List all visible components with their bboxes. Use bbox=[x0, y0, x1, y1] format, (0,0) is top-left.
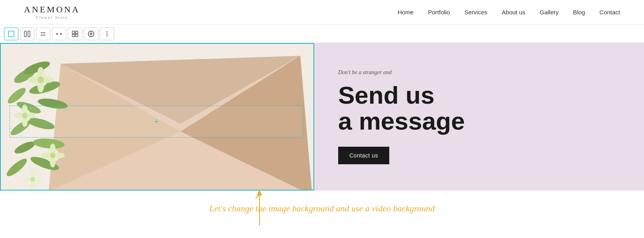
toolbar-btn-more[interactable] bbox=[100, 28, 114, 40]
nav-item-portfolio[interactable]: Portfolio bbox=[428, 9, 450, 16]
svg-point-7 bbox=[44, 32, 46, 33]
right-title-line1: Send us bbox=[338, 81, 434, 109]
svg-point-54 bbox=[50, 153, 55, 158]
toolbar-btn-add[interactable] bbox=[84, 28, 98, 40]
svg-point-8 bbox=[44, 34, 46, 35]
logo-title: ANEMONA bbox=[24, 5, 80, 14]
svg-point-42 bbox=[38, 77, 44, 83]
svg-point-50 bbox=[50, 144, 55, 154]
svg-line-62 bbox=[256, 195, 260, 199]
nav-item-gallery[interactable]: Gallery bbox=[540, 9, 559, 16]
bottom-annotation: Let's change the image background and us… bbox=[0, 191, 644, 226]
svg-rect-12 bbox=[75, 34, 78, 37]
toolbar-btn-columns[interactable] bbox=[20, 28, 34, 40]
svg-rect-2 bbox=[28, 31, 30, 37]
svg-point-53 bbox=[54, 153, 65, 158]
svg-point-41 bbox=[42, 77, 54, 83]
svg-point-38 bbox=[38, 67, 44, 78]
svg-point-56 bbox=[30, 169, 35, 178]
add-element-icon[interactable]: + bbox=[154, 116, 159, 127]
svg-point-3 bbox=[41, 32, 42, 33]
main-content: + Don't be a stranger and Send us a mess… bbox=[0, 43, 644, 191]
background-image: + bbox=[1, 44, 313, 190]
right-title-line2: a message bbox=[338, 107, 465, 135]
svg-point-6 bbox=[43, 34, 44, 35]
svg-point-40 bbox=[28, 77, 39, 83]
svg-point-4 bbox=[41, 34, 42, 35]
svg-point-52 bbox=[41, 153, 51, 158]
svg-point-17 bbox=[107, 33, 108, 34]
left-panel-image: + bbox=[0, 43, 314, 191]
svg-point-57 bbox=[30, 181, 35, 189]
right-panel: Don't be a stranger and Send us a messag… bbox=[314, 43, 644, 191]
right-title: Send us a message bbox=[338, 82, 620, 134]
header: ANEMONA Flower Store Home Portfolio Serv… bbox=[0, 0, 644, 25]
svg-point-16 bbox=[107, 31, 108, 32]
selection-box: + bbox=[10, 106, 303, 138]
annotation-text: Let's change the image background and us… bbox=[209, 203, 435, 214]
svg-rect-9 bbox=[72, 31, 75, 33]
toolbar-btn-dots[interactable] bbox=[36, 28, 50, 40]
main-nav: Home Portfolio Services About us Gallery… bbox=[398, 9, 620, 16]
logo-subtitle: Flower Store bbox=[24, 15, 80, 20]
nav-item-home[interactable]: Home bbox=[398, 9, 414, 16]
toolbar-btn-layout1[interactable] bbox=[4, 28, 18, 40]
svg-point-18 bbox=[107, 35, 108, 36]
contact-us-button[interactable]: Contact us bbox=[338, 147, 389, 164]
svg-point-60 bbox=[30, 177, 35, 182]
nav-item-services[interactable]: Services bbox=[464, 9, 487, 16]
nav-item-about[interactable]: About us bbox=[502, 9, 525, 16]
svg-point-59 bbox=[34, 177, 43, 182]
svg-point-58 bbox=[23, 177, 32, 182]
svg-rect-10 bbox=[75, 31, 78, 33]
logo: ANEMONA Flower Store bbox=[24, 5, 80, 20]
svg-rect-0 bbox=[8, 31, 14, 37]
svg-point-51 bbox=[50, 157, 55, 167]
svg-point-5 bbox=[43, 32, 44, 33]
right-subtitle: Don't be a stranger and bbox=[338, 69, 620, 76]
nav-item-contact[interactable]: Contact bbox=[599, 9, 620, 16]
svg-rect-11 bbox=[72, 34, 75, 37]
svg-point-39 bbox=[38, 81, 44, 92]
toolbar-btn-arrows[interactable] bbox=[52, 28, 66, 40]
editor-toolbar bbox=[0, 25, 644, 43]
nav-item-blog[interactable]: Blog bbox=[573, 9, 585, 16]
svg-rect-1 bbox=[24, 31, 26, 37]
svg-marker-63 bbox=[257, 190, 262, 195]
toolbar-btn-grid[interactable] bbox=[68, 28, 82, 40]
